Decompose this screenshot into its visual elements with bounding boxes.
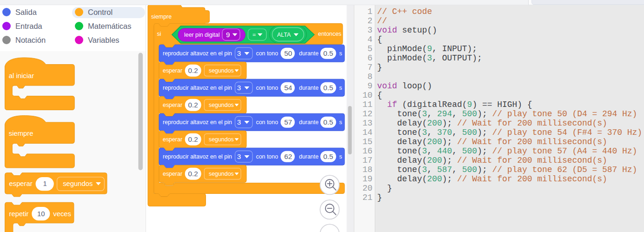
svg-text:s: s xyxy=(339,85,342,91)
svg-text:segundos: segundos xyxy=(209,67,234,74)
svg-text:con tono: con tono xyxy=(256,119,279,126)
svg-text:0.2: 0.2 xyxy=(188,66,198,74)
svg-text:3: 3 xyxy=(237,84,241,92)
svg-text:54: 54 xyxy=(284,84,292,92)
svg-text:esperar: esperar xyxy=(163,67,182,74)
svg-text:=: = xyxy=(252,32,256,38)
svg-text:0.2: 0.2 xyxy=(188,135,198,143)
svg-text:con tono: con tono xyxy=(256,50,279,57)
svg-text:0.5: 0.5 xyxy=(323,118,333,126)
svg-text:esperar: esperar xyxy=(9,180,33,187)
svg-text:ALTA: ALTA xyxy=(277,32,291,38)
svg-text:con tono: con tono xyxy=(256,153,279,160)
svg-text:si: si xyxy=(157,31,161,37)
svg-text:62: 62 xyxy=(284,152,292,160)
svg-text:57: 57 xyxy=(284,118,292,126)
svg-text:reproducir altavoz en el pin: reproducir altavoz en el pin xyxy=(163,85,232,91)
svg-text:3: 3 xyxy=(237,49,241,57)
svg-text:s: s xyxy=(339,50,342,57)
svg-text:veces: veces xyxy=(53,210,71,218)
svg-text:segundos: segundos xyxy=(209,102,234,108)
svg-text:50: 50 xyxy=(284,49,292,57)
svg-text:durante: durante xyxy=(299,50,319,57)
svg-text:durante: durante xyxy=(299,85,319,91)
svg-text:0.5: 0.5 xyxy=(323,152,333,160)
svg-text:al iniciar: al iniciar xyxy=(9,72,34,80)
svg-text:10: 10 xyxy=(37,210,45,218)
svg-text:leer pin digital: leer pin digital xyxy=(184,32,219,38)
svg-text:3: 3 xyxy=(237,118,241,126)
svg-text:esperar: esperar xyxy=(163,136,182,143)
svg-text:reproducir altavoz en el pin: reproducir altavoz en el pin xyxy=(163,50,232,57)
svg-text:repetir: repetir xyxy=(9,210,29,218)
svg-text:entonces: entonces xyxy=(318,31,341,37)
svg-text:siempre: siempre xyxy=(9,130,33,137)
svg-text:1: 1 xyxy=(43,180,47,187)
svg-text:segundos: segundos xyxy=(209,136,234,143)
svg-text:0.5: 0.5 xyxy=(323,84,333,92)
svg-text:esperar: esperar xyxy=(163,102,182,108)
svg-text:reproducir altavoz en el pin: reproducir altavoz en el pin xyxy=(163,153,232,160)
svg-text:durante: durante xyxy=(299,119,319,126)
svg-text:0.2: 0.2 xyxy=(188,170,198,178)
svg-text:segundos: segundos xyxy=(63,180,93,187)
svg-text:9: 9 xyxy=(226,31,230,39)
svg-text:segundos: segundos xyxy=(209,171,234,177)
svg-text:reproducir altavoz en el pin: reproducir altavoz en el pin xyxy=(163,119,232,126)
svg-text:s: s xyxy=(339,119,342,126)
svg-text:siempre: siempre xyxy=(151,13,172,20)
svg-text:esperar: esperar xyxy=(163,171,182,177)
svg-text:3: 3 xyxy=(237,152,241,160)
svg-text:con tono: con tono xyxy=(256,85,279,91)
svg-text:0.2: 0.2 xyxy=(188,101,198,109)
svg-text:durante: durante xyxy=(299,153,319,160)
svg-text:s: s xyxy=(339,153,342,160)
svg-text:0.5: 0.5 xyxy=(323,49,333,57)
